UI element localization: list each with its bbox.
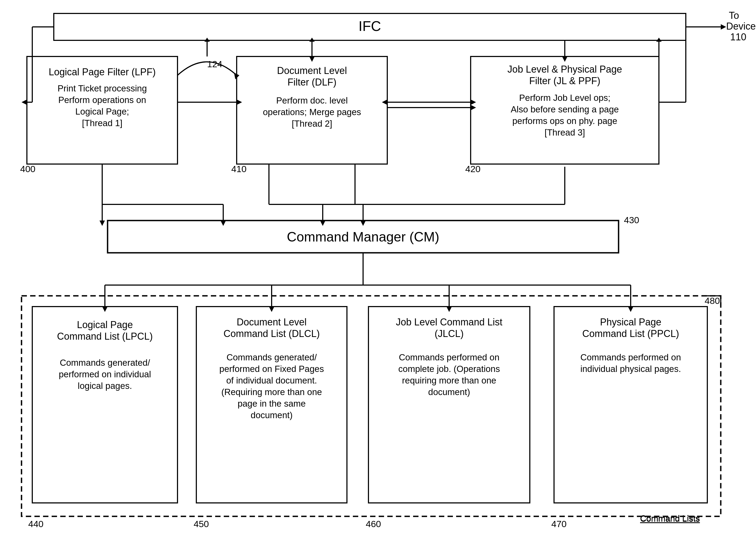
svg-text:individual physical pages.: individual physical pages.	[580, 364, 681, 374]
svg-text:complete job. (Operations: complete job. (Operations	[398, 364, 500, 374]
svg-text:IFC: IFC	[359, 18, 381, 34]
svg-text:Document Level: Document Level	[237, 317, 307, 328]
svg-text:logical pages.: logical pages.	[78, 381, 132, 391]
svg-text:Also before sending a page: Also before sending a page	[511, 104, 619, 114]
svg-text:(JLCL): (JLCL)	[435, 328, 464, 339]
svg-text:Command Lists: Command Lists	[640, 513, 700, 523]
svg-text:[Thread 1]: [Thread 1]	[82, 118, 122, 128]
svg-text:440: 440	[28, 519, 44, 529]
diagram-svg: IFC To Device 110 Logical Page Filter (L…	[0, 0, 756, 554]
svg-text:Perform doc. level: Perform doc. level	[276, 96, 348, 105]
svg-text:document): document)	[428, 387, 470, 397]
svg-text:110: 110	[730, 32, 746, 43]
svg-text:document): document)	[251, 410, 292, 420]
svg-text:Job Level & Physical Page: Job Level & Physical Page	[507, 64, 622, 75]
svg-text:Logical Page Filter (LPF): Logical Page Filter (LPF)	[49, 66, 156, 77]
svg-text:Command List (LPCL): Command List (LPCL)	[57, 331, 153, 342]
svg-marker-73	[21, 100, 27, 105]
svg-text:Perform Job Level ops;: Perform Job Level ops;	[519, 93, 610, 103]
svg-text:of individual document.: of individual document.	[226, 376, 317, 385]
svg-text:Command List (PPCL): Command List (PPCL)	[582, 328, 679, 339]
svg-marker-119	[100, 221, 105, 226]
svg-text:requiring more than one: requiring more than one	[402, 376, 496, 385]
svg-text:Perform operations on: Perform operations on	[58, 95, 146, 105]
svg-text:410: 410	[231, 164, 247, 174]
svg-text:460: 460	[366, 519, 381, 529]
svg-text:400: 400	[20, 164, 36, 174]
svg-text:performed  on individual: performed on individual	[59, 369, 151, 379]
svg-text:480: 480	[705, 295, 720, 306]
svg-text:Device: Device	[726, 21, 756, 32]
diagram: IFC To Device 110 Logical Page Filter (L…	[0, 0, 756, 554]
svg-text:Logical Page;: Logical Page;	[75, 107, 129, 116]
svg-text:performed on Fixed Pages: performed on Fixed Pages	[219, 364, 324, 374]
svg-text:420: 420	[465, 164, 481, 174]
svg-text:Filter (DLF): Filter (DLF)	[287, 77, 336, 88]
svg-text:Commands generated/: Commands generated/	[226, 352, 317, 362]
svg-text:450: 450	[194, 519, 209, 529]
svg-text:Commands performed on: Commands performed on	[399, 352, 499, 362]
svg-text:Document Level: Document Level	[277, 65, 347, 76]
svg-text:430: 430	[624, 215, 639, 225]
svg-text:470: 470	[551, 519, 566, 529]
svg-text:Print Ticket processing: Print Ticket processing	[58, 84, 147, 93]
svg-text:operations; Merge pages: operations; Merge pages	[263, 107, 361, 117]
svg-text:Job Level Command List: Job Level Command List	[396, 317, 502, 328]
svg-text:Commands generated/: Commands generated/	[60, 358, 150, 368]
svg-text:(Requiring more than one: (Requiring more than one	[221, 387, 322, 397]
svg-text:performs ops on phy. page: performs ops on phy. page	[512, 116, 617, 126]
svg-text:[Thread 3]: [Thread 3]	[545, 127, 585, 137]
svg-marker-3	[721, 24, 726, 30]
svg-text:To: To	[729, 10, 739, 21]
svg-text:Logical Page: Logical Page	[77, 319, 133, 330]
svg-text:Filter (JL & PPF): Filter (JL & PPF)	[529, 75, 601, 86]
svg-text:Command List (DLCL): Command List (DLCL)	[223, 328, 320, 339]
svg-text:Commands performed on: Commands performed on	[580, 352, 681, 362]
svg-text:page in the same: page in the same	[237, 398, 306, 408]
svg-text:[Thread 2]: [Thread 2]	[292, 119, 332, 128]
svg-text:Physical Page: Physical Page	[600, 317, 661, 328]
svg-text:Command Manager (CM): Command Manager (CM)	[287, 229, 439, 244]
